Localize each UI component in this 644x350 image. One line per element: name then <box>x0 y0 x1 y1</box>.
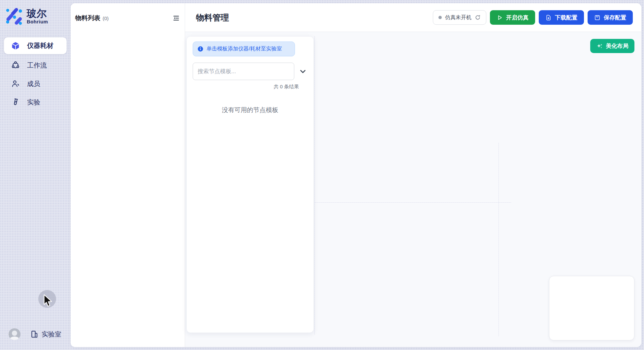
save-icon <box>594 15 600 21</box>
result-count: 共 0 条结果 <box>193 84 299 90</box>
sidebar-footer: 实验室 <box>0 324 71 345</box>
page: 玻尔 Bohrium 仪器耗材 工作流 <box>0 0 644 350</box>
material-list-header: 物料列表 (0) <box>71 3 185 22</box>
sidebar-item-label: 工作流 <box>27 61 47 70</box>
material-list-count: (0) <box>103 15 109 21</box>
content-area: 物料管理 仿真未开机 开启仿真 <box>185 3 641 347</box>
experiment-icon <box>11 97 21 107</box>
sidebar-item-members[interactable]: 成员 <box>4 76 67 91</box>
sidebar-item-experiments[interactable]: 实验 <box>4 95 67 109</box>
beautify-layout-button[interactable]: 美化布局 <box>590 39 634 53</box>
save-config-label: 保存配置 <box>604 14 626 21</box>
simulation-status-pill[interactable]: 仿真未开机 <box>433 10 486 25</box>
save-config-button[interactable]: 保存配置 <box>588 10 633 25</box>
canvas-guide-vertical-left <box>314 36 315 335</box>
download-config-button[interactable]: 下载配置 <box>539 10 584 25</box>
sidebar-item-instruments[interactable]: 仪器耗材 <box>4 37 67 54</box>
info-icon <box>197 46 204 52</box>
main-card: 物料列表 (0) 物料管理 仿真未开机 <box>71 3 641 347</box>
file-download-icon <box>545 15 552 21</box>
brand-logo: 玻尔 Bohrium <box>0 0 71 25</box>
chevron-down-icon[interactable] <box>299 67 307 76</box>
bohrium-logo-icon <box>5 7 23 25</box>
beautify-layout-label: 美化布局 <box>606 42 628 50</box>
start-simulation-label: 开启仿真 <box>506 14 529 21</box>
page-title: 物料管理 <box>196 12 229 23</box>
sidebar-item-workflow[interactable]: 工作流 <box>4 58 67 73</box>
brand-name-zh: 玻尔 <box>27 8 48 19</box>
download-config-label: 下载配置 <box>555 14 577 21</box>
start-simulation-button[interactable]: 开启仿真 <box>490 10 535 25</box>
workflow-icon <box>11 61 20 70</box>
sidebar: 玻尔 Bohrium 仪器耗材 工作流 <box>0 0 71 350</box>
canvas-guide-horizontal <box>314 202 511 203</box>
play-icon <box>497 15 503 21</box>
members-icon <box>11 79 20 88</box>
sidebar-item-label: 实验 <box>27 98 40 107</box>
simulation-status-label: 仿真未开机 <box>445 14 471 21</box>
lab-switcher-label: 实验室 <box>42 330 61 339</box>
sidebar-nav: 仪器耗材 工作流 成员 <box>0 37 71 109</box>
material-list-panel: 物料列表 (0) <box>71 3 185 347</box>
lab-building-icon <box>30 330 39 338</box>
info-banner: 单击模板添加仪器/耗材至实验室 <box>193 42 295 56</box>
sparkles-icon <box>596 43 603 49</box>
workflow-canvas: 单击模板添加仪器/耗材至实验室 共 0 条结果 没有可用的节点模板 <box>185 32 641 347</box>
sidebar-item-label: 成员 <box>27 79 40 88</box>
refresh-icon[interactable] <box>475 15 481 20</box>
content-header: 物料管理 仿真未开机 开启仿真 <box>185 3 641 32</box>
minimap[interactable] <box>549 276 634 340</box>
template-search-row <box>193 63 307 80</box>
mouse-cursor <box>42 294 53 308</box>
node-template-panel: 单击模板添加仪器/耗材至实验室 共 0 条结果 没有可用的节点模板 <box>186 36 314 333</box>
sidebar-item-label: 仪器耗材 <box>27 41 53 50</box>
lab-switcher[interactable]: 实验室 <box>30 330 61 339</box>
user-avatar[interactable] <box>9 328 20 340</box>
template-search-input[interactable] <box>193 63 294 80</box>
brand-name-en: Bohrium <box>27 19 48 24</box>
canvas-guide-vertical-right <box>499 143 499 336</box>
header-actions: 仿真未开机 开启仿真 <box>433 10 633 25</box>
cube-icon <box>11 42 20 50</box>
info-banner-text: 单击模板添加仪器/耗材至实验室 <box>207 45 282 52</box>
status-dot-icon <box>438 16 442 19</box>
empty-state-text: 没有可用的节点模板 <box>193 106 307 114</box>
material-list-title: 物料列表 <box>75 14 100 22</box>
collapse-panel-icon[interactable] <box>173 15 180 22</box>
